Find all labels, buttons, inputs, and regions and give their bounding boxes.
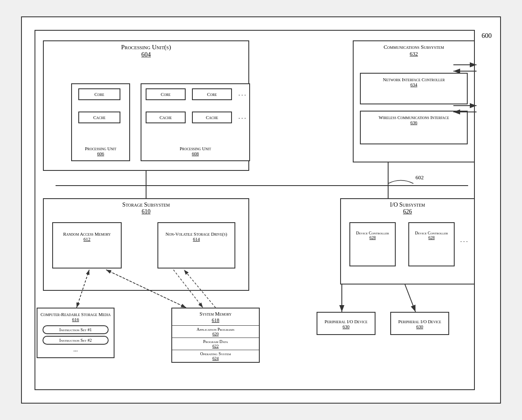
periph-1-box: Peripheral I/O Device 630 <box>317 312 376 335</box>
periph-2-label: Peripheral I/O Device 630 <box>394 319 445 329</box>
proc-unit-608-label: Processing Unit 608 <box>141 146 249 156</box>
inst-set-2-box: Instruction Set #2 <box>43 336 109 345</box>
cache-606-box: Cache <box>78 112 120 123</box>
ram-label: Random Access Memory 612 <box>53 231 121 242</box>
inst-set-1-box: Instruction Set #1 <box>43 325 109 334</box>
wireless-box: Wireless Communications Interface 636 <box>360 111 468 144</box>
ram-box: Random Access Memory 612 <box>52 222 122 268</box>
wireless-label: Wireless Communications Interface 636 <box>361 115 467 125</box>
io-subsystem-title: I/O Subsystem 626 <box>341 202 474 215</box>
comm-subsystem-title: Communications Subsystem 632 <box>354 44 474 57</box>
dev-ctrl-1-label: Device Controller 628 <box>350 231 395 240</box>
comm-subsystem-box: Communications Subsystem 632 Network Int… <box>353 40 475 162</box>
dev-ctrl-1-box: Device Controller 628 <box>349 222 396 266</box>
processing-unit-606-box: Core Cache Processing Unit 606 <box>71 83 130 161</box>
comp-readable-title: Computer-Readable Storage Media 616 <box>37 312 114 322</box>
io-subsystem-box: I/O Subsystem 626 Device Controller 628 … <box>340 198 475 284</box>
diagram-page: 600 Processing Unit(s) 604 Core Cache Pr… <box>21 16 501 404</box>
caches-dots: . . . <box>239 114 246 120</box>
core-608-2-box: Core <box>192 88 232 100</box>
dev-ctrl-2-box: Device Controller 628 <box>408 222 455 266</box>
program-data-row: Program Data 622 <box>172 338 259 350</box>
nic-box: Network Interface Controller 634 <box>360 73 468 104</box>
comp-readable-box: Computer-Readable Storage Media 616 Inst… <box>37 308 115 358</box>
nvs-label: Non-Volatile Storage Drive(s) 614 <box>158 231 234 242</box>
processing-unit-608-box: Core Core . . . Cache Cache . . . Proces… <box>141 83 250 161</box>
nic-label: Network Interface Controller 634 <box>361 77 467 87</box>
core-608-1-box: Core <box>146 88 186 100</box>
core-606-box: Core <box>78 88 120 100</box>
processing-units-box: Processing Unit(s) 604 Core Cache Proces… <box>43 40 249 171</box>
sys-memory-box: System Memory 618 Application Programs 6… <box>171 308 260 363</box>
periph-1-label: Peripheral I/O Device 630 <box>321 319 371 329</box>
app-programs-row: Application Programs 620 <box>172 325 259 338</box>
cache-608-1-box: Cache <box>146 112 186 123</box>
storage-subsystem-title: Storage Subsystem 610 <box>44 202 248 215</box>
os-row: Operating System 624 <box>172 350 259 362</box>
dev-ctrl-2-label: Device Controller 628 <box>409 231 454 240</box>
proc-units-title: Processing Unit(s) 604 <box>44 44 248 58</box>
io-dots: . . . <box>461 237 468 244</box>
nvs-box: Non-Volatile Storage Drive(s) 614 <box>157 222 235 268</box>
cache-608-2-box: Cache <box>192 112 232 123</box>
proc-unit-606-label: Processing Unit 606 <box>72 146 129 156</box>
storage-subsystem-box: Storage Subsystem 610 Random Access Memo… <box>43 198 249 291</box>
cores-dots: . . . <box>239 90 246 97</box>
sys-memory-title: System Memory 618 <box>172 311 259 324</box>
ref-600-label: 600 <box>482 32 492 40</box>
periph-2-box: Peripheral I/O Device 630 <box>390 312 449 335</box>
comp-readable-dots: ... <box>37 346 114 353</box>
